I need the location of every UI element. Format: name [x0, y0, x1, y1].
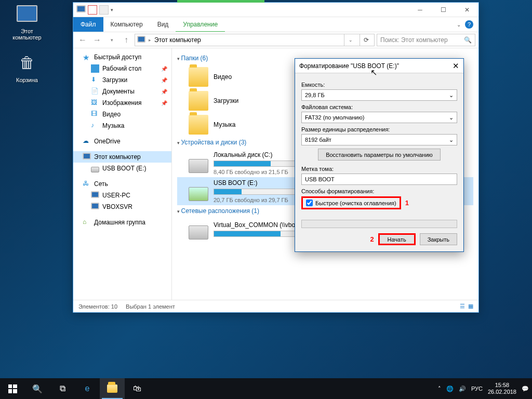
- chevron-down-icon: ⌄: [449, 137, 454, 143]
- taskbar-store[interactable]: 🛍: [125, 378, 150, 399]
- tab-file[interactable]: Файл: [73, 17, 103, 32]
- nav-music[interactable]: ♪Музыка: [73, 120, 171, 131]
- allocation-select[interactable]: 8192 байт⌄: [301, 134, 457, 145]
- computer-icon: [91, 203, 99, 211]
- titlebar[interactable]: ▾ Средства работы с дисками Этот компьют…: [73, 3, 478, 17]
- allocation-label: Размер единицы распределения:: [301, 126, 457, 132]
- pc-icon: [137, 36, 145, 44]
- volume-label-input[interactable]: [301, 174, 457, 185]
- nav-quick-access[interactable]: ★Быстрый доступ: [73, 51, 171, 63]
- pin-icon: 📌: [161, 89, 167, 95]
- nav-back-button[interactable]: ←: [76, 34, 89, 46]
- quick-format-checkbox[interactable]: Быстрое (очистка оглавления): [301, 196, 401, 209]
- view-details-icon[interactable]: ☰: [460, 303, 465, 310]
- annotation-1: 1: [405, 199, 409, 207]
- network-icon: 🖧: [83, 180, 91, 188]
- address-bar[interactable]: ▸ Этот компьютер ⌄ ⟳: [135, 34, 375, 46]
- nav-documents[interactable]: 📄Документы📌: [73, 86, 171, 97]
- nav-this-pc[interactable]: Этот компьютер: [73, 151, 171, 163]
- taskbar-edge[interactable]: e: [75, 378, 100, 399]
- nav-up-button[interactable]: ↑: [120, 34, 132, 46]
- nav-desktop[interactable]: Рабочий стол📌: [73, 63, 171, 74]
- search-input[interactable]: Поиск: Этот компьютер 🔍: [377, 34, 475, 46]
- nav-network[interactable]: 🖧Сеть: [73, 178, 171, 190]
- taskbar-search-button[interactable]: 🔍: [25, 378, 50, 399]
- nav-vboxsvr[interactable]: VBOXSVR: [73, 201, 171, 212]
- desktop-icon-this-pc[interactable]: Этот компьютер: [7, 5, 47, 41]
- close-dialog-button[interactable]: Закрыть: [420, 233, 457, 245]
- maximize-button[interactable]: ☐: [432, 3, 455, 17]
- onedrive-icon: ☁: [83, 137, 91, 145]
- minimize-button[interactable]: ─: [408, 3, 432, 17]
- star-icon: ★: [83, 53, 91, 61]
- music-icon: ♪: [91, 122, 99, 130]
- search-icon: 🔍: [464, 36, 472, 44]
- address-dropdown-icon[interactable]: ⌄: [344, 34, 356, 46]
- nav-forward-button[interactable]: →: [91, 34, 103, 46]
- desktop-icon: [91, 64, 99, 73]
- pin-icon: 📌: [161, 77, 167, 83]
- videos-icon: 🎞: [91, 110, 99, 118]
- taskbar: 🔍 ⧉ e 🛍 ˄ 🌐 🔊 РУС 15:58 26.02.2018 💬: [0, 378, 532, 399]
- pin-icon: 📌: [161, 66, 167, 72]
- computer-icon: [91, 191, 99, 200]
- desktop-icon-label: Корзина: [7, 77, 47, 83]
- qat-new-folder-icon[interactable]: [99, 5, 109, 15]
- dialog-titlebar[interactable]: Форматирование "USB BOOT (E:)" ✕: [295, 59, 463, 73]
- annotation-2: 2: [370, 235, 374, 243]
- ribbon-expand-icon[interactable]: ⌄: [457, 22, 461, 28]
- qat-properties-icon[interactable]: [88, 5, 97, 15]
- desktop-icon-recycle-bin[interactable]: 🗑 Корзина: [7, 54, 47, 83]
- action-center-icon[interactable]: 💬: [522, 385, 529, 392]
- tray-expand-icon[interactable]: ˄: [438, 385, 441, 392]
- start-button[interactable]: [0, 378, 25, 399]
- nav-pictures[interactable]: 🖼Изображения📌: [73, 97, 171, 109]
- navigation-pane: ★Быстрый доступ Рабочий стол📌 ⬇Загрузки📌…: [73, 48, 172, 300]
- dialog-close-button[interactable]: ✕: [453, 61, 459, 71]
- quick-format-checkbox-input[interactable]: [306, 200, 313, 206]
- dialog-title: Форматирование "USB BOOT (E:)": [299, 62, 399, 70]
- chevron-down-icon: ⌄: [449, 92, 454, 99]
- capacity-label: Емкость:: [301, 82, 457, 88]
- drive-capacity-bar: [214, 161, 307, 167]
- refresh-button[interactable]: ⟳: [360, 34, 372, 46]
- app-icon: [76, 5, 86, 15]
- nav-homegroup[interactable]: ⌂Домашняя группа: [73, 217, 171, 228]
- close-button[interactable]: ✕: [455, 3, 478, 17]
- taskbar-explorer[interactable]: [100, 378, 125, 399]
- breadcrumb[interactable]: Этот компьютер: [154, 36, 201, 44]
- nav-history-icon[interactable]: ▾: [105, 34, 118, 46]
- tray-network-icon[interactable]: 🌐: [446, 385, 454, 392]
- tray-volume-icon[interactable]: 🔊: [459, 385, 466, 392]
- search-placeholder: Поиск: Этот компьютер: [380, 36, 448, 44]
- chevron-down-icon: ⌄: [449, 114, 454, 121]
- task-view-button[interactable]: ⧉: [50, 378, 75, 399]
- view-large-icons-icon[interactable]: ▦: [468, 303, 473, 310]
- nav-usb-boot[interactable]: USB BOOT (E:): [73, 163, 171, 174]
- qat-dropdown-icon[interactable]: ▾: [111, 7, 113, 12]
- status-selection: Выбран 1 элемент: [126, 303, 175, 310]
- pictures-icon: 🖼: [91, 99, 99, 107]
- usb-drive-icon: [91, 164, 99, 172]
- tray-clock[interactable]: 15:58 26.02.2018: [488, 382, 516, 395]
- desktop-icon-label: Этот компьютер: [7, 28, 47, 41]
- tab-view[interactable]: Вид: [150, 17, 176, 32]
- format-progress-bar: [301, 220, 457, 228]
- tray-language[interactable]: РУС: [471, 385, 483, 392]
- format-options-label: Способы форматирования:: [301, 188, 457, 194]
- capacity-select[interactable]: 29,8 ГБ⌄: [301, 89, 457, 101]
- help-icon[interactable]: ?: [465, 20, 473, 29]
- restore-defaults-button[interactable]: Восстановить параметры по умолчанию: [318, 149, 441, 161]
- downloads-icon: ⬇: [91, 76, 99, 84]
- nav-user-pc[interactable]: USER-PC: [73, 190, 171, 201]
- filesystem-select[interactable]: FAT32 (по умолчанию)⌄: [301, 112, 457, 123]
- drive-capacity-bar: [214, 231, 307, 237]
- drive-capacity-bar: [214, 189, 307, 195]
- documents-icon: 📄: [91, 87, 99, 96]
- tab-computer[interactable]: Компьютер: [103, 17, 150, 32]
- nav-downloads[interactable]: ⬇Загрузки📌: [73, 74, 171, 86]
- tab-manage[interactable]: Управление: [176, 17, 225, 32]
- nav-videos[interactable]: 🎞Видео: [73, 109, 171, 120]
- start-button[interactable]: Начать: [378, 233, 416, 245]
- nav-onedrive[interactable]: ☁OneDrive: [73, 136, 171, 147]
